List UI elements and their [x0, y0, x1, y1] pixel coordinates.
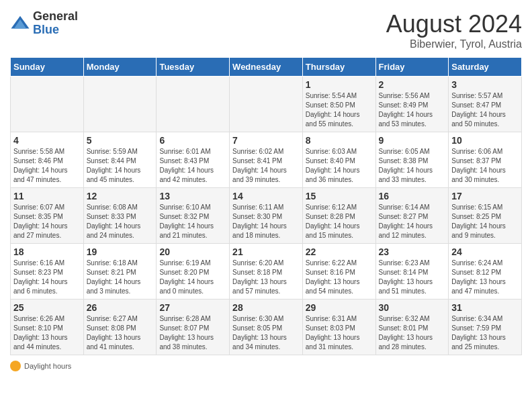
calendar-day-cell: 7Sunrise: 6:02 AM Sunset: 8:41 PM Daylig…	[230, 132, 303, 188]
month-title: August 2024	[386, 10, 522, 38]
day-info: Sunrise: 5:59 AM Sunset: 8:44 PM Dayligh…	[87, 147, 154, 185]
day-info: Sunrise: 6:28 AM Sunset: 8:07 PM Dayligh…	[159, 314, 226, 352]
day-number: 21	[232, 246, 300, 257]
day-number: 24	[451, 246, 519, 257]
day-info: Sunrise: 6:07 AM Sunset: 8:35 PM Dayligh…	[13, 203, 81, 240]
calendar-day-cell: 21Sunrise: 6:20 AM Sunset: 8:18 PM Dayli…	[230, 244, 303, 300]
calendar-day-cell: 11Sunrise: 6:07 AM Sunset: 8:35 PM Dayli…	[11, 188, 84, 244]
day-number: 15	[306, 191, 373, 201]
calendar-day-cell: 12Sunrise: 6:08 AM Sunset: 8:33 PM Dayli…	[83, 188, 157, 244]
day-number: 14	[232, 191, 300, 201]
day-number: 8	[306, 135, 373, 146]
day-info: Sunrise: 6:26 AM Sunset: 8:10 PM Dayligh…	[13, 314, 81, 352]
calendar-day-cell: 27Sunrise: 6:28 AM Sunset: 8:07 PM Dayli…	[157, 300, 230, 355]
day-info: Sunrise: 6:15 AM Sunset: 8:25 PM Dayligh…	[451, 203, 519, 240]
calendar-day-cell: 4Sunrise: 5:58 AM Sunset: 8:46 PM Daylig…	[11, 132, 84, 188]
day-of-week-header: Sunday	[11, 58, 84, 77]
day-info: Sunrise: 5:58 AM Sunset: 8:46 PM Dayligh…	[13, 147, 81, 185]
calendar-table: SundayMondayTuesdayWednesdayThursdayFrid…	[10, 57, 522, 355]
calendar-day-cell: 23Sunrise: 6:23 AM Sunset: 8:14 PM Dayli…	[375, 244, 449, 300]
calendar-day-cell: 6Sunrise: 6:01 AM Sunset: 8:43 PM Daylig…	[157, 132, 230, 188]
calendar-day-cell: 22Sunrise: 6:22 AM Sunset: 8:16 PM Dayli…	[302, 244, 375, 300]
calendar-day-cell	[83, 77, 157, 132]
day-number: 10	[451, 135, 519, 146]
day-info: Sunrise: 6:24 AM Sunset: 8:12 PM Dayligh…	[451, 259, 519, 296]
day-info: Sunrise: 6:23 AM Sunset: 8:14 PM Dayligh…	[379, 259, 446, 296]
day-info: Sunrise: 6:31 AM Sunset: 8:03 PM Dayligh…	[306, 314, 373, 352]
day-number: 25	[13, 302, 81, 313]
day-number: 5	[87, 135, 154, 146]
day-info: Sunrise: 5:54 AM Sunset: 8:50 PM Dayligh…	[306, 91, 373, 129]
calendar-header-row: SundayMondayTuesdayWednesdayThursdayFrid…	[11, 58, 522, 77]
day-info: Sunrise: 6:27 AM Sunset: 8:08 PM Dayligh…	[87, 314, 154, 352]
day-info: Sunrise: 6:05 AM Sunset: 8:38 PM Dayligh…	[379, 147, 446, 185]
logo-icon	[10, 13, 30, 34]
day-info: Sunrise: 6:32 AM Sunset: 8:01 PM Dayligh…	[379, 314, 446, 352]
day-info: Sunrise: 6:02 AM Sunset: 8:41 PM Dayligh…	[232, 147, 300, 185]
logo: General Blue	[10, 10, 78, 37]
calendar-day-cell: 28Sunrise: 6:30 AM Sunset: 8:05 PM Dayli…	[230, 300, 303, 355]
day-info: Sunrise: 6:30 AM Sunset: 8:05 PM Dayligh…	[232, 314, 300, 352]
day-number: 12	[87, 191, 154, 201]
day-of-week-header: Thursday	[302, 58, 375, 77]
day-number: 7	[232, 135, 300, 146]
calendar-day-cell: 9Sunrise: 6:05 AM Sunset: 8:38 PM Daylig…	[375, 132, 449, 188]
day-info: Sunrise: 6:06 AM Sunset: 8:37 PM Dayligh…	[451, 147, 519, 185]
calendar-day-cell: 10Sunrise: 6:06 AM Sunset: 8:37 PM Dayli…	[449, 132, 522, 188]
day-number: 30	[379, 302, 446, 313]
day-number: 22	[306, 246, 373, 257]
page-header: General Blue August 2024 Biberwier, Tyro…	[10, 10, 522, 50]
day-info: Sunrise: 6:16 AM Sunset: 8:23 PM Dayligh…	[13, 259, 81, 296]
logo-text: General Blue	[33, 10, 78, 37]
calendar-week-row: 18Sunrise: 6:16 AM Sunset: 8:23 PM Dayli…	[11, 244, 522, 300]
calendar-day-cell: 2Sunrise: 5:56 AM Sunset: 8:49 PM Daylig…	[375, 77, 449, 132]
calendar-day-cell: 30Sunrise: 6:32 AM Sunset: 8:01 PM Dayli…	[375, 300, 449, 355]
day-number: 1	[306, 79, 373, 90]
calendar-day-cell: 19Sunrise: 6:18 AM Sunset: 8:21 PM Dayli…	[83, 244, 157, 300]
day-of-week-header: Monday	[83, 58, 157, 77]
day-info: Sunrise: 5:56 AM Sunset: 8:49 PM Dayligh…	[379, 91, 446, 129]
day-info: Sunrise: 6:08 AM Sunset: 8:33 PM Dayligh…	[87, 203, 154, 240]
day-number: 31	[451, 302, 519, 313]
day-number: 26	[87, 302, 154, 313]
title-block: August 2024 Biberwier, Tyrol, Austria	[386, 10, 522, 50]
logo-blue-text: Blue	[33, 24, 78, 37]
day-number: 17	[451, 191, 519, 201]
day-info: Sunrise: 6:10 AM Sunset: 8:32 PM Dayligh…	[159, 203, 226, 240]
calendar-day-cell: 3Sunrise: 5:57 AM Sunset: 8:47 PM Daylig…	[449, 77, 522, 132]
day-number: 28	[232, 302, 300, 313]
day-number: 13	[159, 191, 226, 201]
day-info: Sunrise: 6:22 AM Sunset: 8:16 PM Dayligh…	[306, 259, 373, 296]
day-number: 11	[13, 191, 81, 201]
calendar-day-cell	[230, 77, 303, 132]
day-info: Sunrise: 5:57 AM Sunset: 8:47 PM Dayligh…	[451, 91, 519, 129]
calendar-day-cell: 31Sunrise: 6:34 AM Sunset: 7:59 PM Dayli…	[449, 300, 522, 355]
day-info: Sunrise: 6:11 AM Sunset: 8:30 PM Dayligh…	[232, 203, 300, 240]
day-of-week-header: Friday	[375, 58, 449, 77]
calendar-day-cell	[157, 77, 230, 132]
day-info: Sunrise: 6:34 AM Sunset: 7:59 PM Dayligh…	[451, 314, 519, 352]
day-number: 6	[159, 135, 226, 146]
day-info: Sunrise: 6:18 AM Sunset: 8:21 PM Dayligh…	[87, 259, 154, 296]
daylight-label: Daylight hours	[24, 362, 71, 370]
sun-icon	[10, 361, 21, 371]
calendar-day-cell: 16Sunrise: 6:14 AM Sunset: 8:27 PM Dayli…	[375, 188, 449, 244]
day-of-week-header: Wednesday	[230, 58, 303, 77]
calendar-day-cell: 26Sunrise: 6:27 AM Sunset: 8:08 PM Dayli…	[83, 300, 157, 355]
calendar-week-row: 1Sunrise: 5:54 AM Sunset: 8:50 PM Daylig…	[11, 77, 522, 132]
calendar-day-cell: 25Sunrise: 6:26 AM Sunset: 8:10 PM Dayli…	[11, 300, 84, 355]
calendar-day-cell: 8Sunrise: 6:03 AM Sunset: 8:40 PM Daylig…	[302, 132, 375, 188]
calendar-day-cell: 18Sunrise: 6:16 AM Sunset: 8:23 PM Dayli…	[11, 244, 84, 300]
day-number: 16	[379, 191, 446, 201]
day-of-week-header: Saturday	[449, 58, 522, 77]
day-info: Sunrise: 6:14 AM Sunset: 8:27 PM Dayligh…	[379, 203, 446, 240]
day-number: 20	[159, 246, 226, 257]
day-info: Sunrise: 6:01 AM Sunset: 8:43 PM Dayligh…	[159, 147, 226, 185]
day-of-week-header: Tuesday	[157, 58, 230, 77]
calendar-week-row: 11Sunrise: 6:07 AM Sunset: 8:35 PM Dayli…	[11, 188, 522, 244]
calendar-day-cell: 13Sunrise: 6:10 AM Sunset: 8:32 PM Dayli…	[157, 188, 230, 244]
day-info: Sunrise: 6:12 AM Sunset: 8:28 PM Dayligh…	[306, 203, 373, 240]
day-number: 27	[159, 302, 226, 313]
calendar-day-cell: 5Sunrise: 5:59 AM Sunset: 8:44 PM Daylig…	[83, 132, 157, 188]
calendar-day-cell: 17Sunrise: 6:15 AM Sunset: 8:25 PM Dayli…	[449, 188, 522, 244]
